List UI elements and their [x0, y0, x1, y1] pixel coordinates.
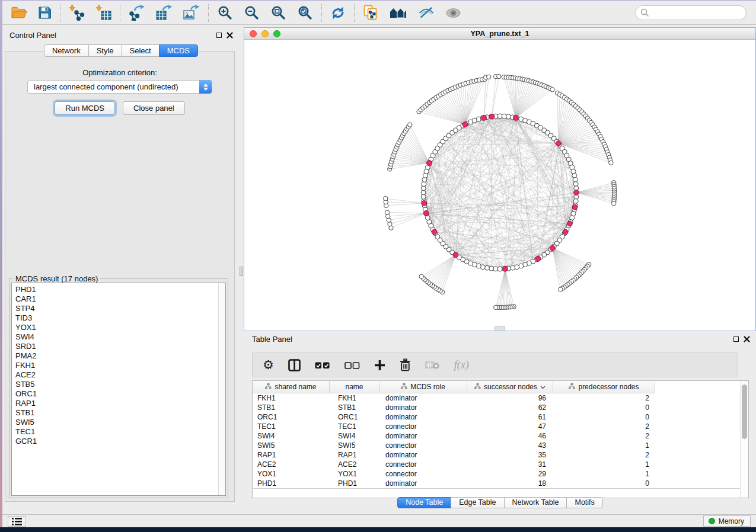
dominator-node[interactable]: [432, 229, 437, 235]
leaf-node[interactable]: [559, 287, 563, 291]
table-row[interactable]: YOX1YOX1connector291: [253, 469, 741, 479]
list-item[interactable]: YOX1: [15, 323, 225, 332]
tab-mcds[interactable]: MCDS: [159, 44, 198, 57]
node[interactable]: [515, 265, 519, 270]
mcds-result-list[interactable]: PHD1CAR1STP4TID3YOX1SWI4SRD1PMA2FKH1ACE2…: [11, 283, 226, 496]
select-spinner-icon[interactable]: [199, 80, 212, 94]
table-row[interactable]: RAP1RAP1dominator352: [253, 450, 741, 460]
run-mcds-button[interactable]: Run MCDS: [55, 101, 115, 115]
leaf-node[interactable]: [386, 214, 390, 218]
network-graph[interactable]: [244, 40, 756, 331]
column-header-shared-name[interactable]: shared name: [253, 381, 330, 393]
dominator-node[interactable]: [567, 221, 572, 226]
leaf-node[interactable]: [611, 201, 615, 206]
dominator-node[interactable]: [513, 115, 518, 120]
float-panel-button[interactable]: [215, 31, 222, 39]
float-table-panel-button[interactable]: [732, 335, 739, 342]
column-header-name[interactable]: name: [330, 381, 379, 393]
list-item[interactable]: STP4: [15, 304, 225, 313]
search-input[interactable]: [635, 5, 747, 20]
node[interactable]: [422, 177, 427, 182]
leaf-node[interactable]: [385, 210, 389, 214]
network-canvas[interactable]: [244, 40, 755, 331]
dominator-node[interactable]: [427, 161, 432, 166]
memory-button[interactable]: Memory: [703, 515, 751, 527]
import-network-icon[interactable]: [69, 5, 85, 21]
canvas-splitter-grip[interactable]: [495, 326, 505, 331]
table-settings-icon[interactable]: ⚙: [263, 359, 274, 371]
node[interactable]: [572, 173, 577, 178]
list-item[interactable]: STB1: [15, 408, 225, 418]
leaf-node[interactable]: [487, 75, 491, 79]
delete-column-icon[interactable]: [400, 358, 411, 371]
new-network-from-selection-icon[interactable]: [363, 5, 379, 21]
list-item[interactable]: ORC1: [15, 389, 225, 399]
node[interactable]: [484, 265, 489, 270]
list-item[interactable]: SWI4: [15, 332, 225, 342]
dominator-node[interactable]: [556, 141, 561, 146]
list-item[interactable]: RAP1: [15, 399, 225, 408]
list-item[interactable]: PHD1: [15, 285, 225, 294]
dominator-node[interactable]: [535, 256, 541, 261]
leaf-node[interactable]: [384, 196, 388, 200]
tab-motifs[interactable]: Motifs: [566, 497, 602, 508]
status-menu-button[interactable]: [8, 516, 26, 527]
first-neighbors-icon[interactable]: [390, 7, 407, 19]
table-scrollbar[interactable]: [740, 381, 748, 498]
column-header-predecessor-nodes[interactable]: predecessor nodes: [553, 381, 655, 393]
tab-style[interactable]: Style: [88, 44, 122, 57]
column-header-successor-nodes[interactable]: successor nodes: [467, 381, 553, 393]
table-row[interactable]: STB1STB1dominator620: [253, 403, 741, 412]
list-item[interactable]: CAR1: [15, 294, 225, 304]
table-row[interactable]: FKH1FKH1dominator962: [253, 393, 741, 403]
list-item[interactable]: SRD1: [15, 342, 225, 351]
open-session-icon[interactable]: [11, 6, 27, 20]
dominator-node[interactable]: [550, 245, 555, 251]
add-column-icon[interactable]: [374, 360, 385, 371]
list-item[interactable]: TEC1: [15, 427, 225, 437]
dominator-node[interactable]: [462, 122, 468, 127]
leaf-node[interactable]: [550, 88, 554, 92]
zoom-out-icon[interactable]: [244, 5, 260, 21]
export-image-icon[interactable]: [183, 5, 200, 21]
table-scrollbar-thumb[interactable]: [742, 384, 747, 439]
dominator-node[interactable]: [422, 201, 427, 206]
leaf-node[interactable]: [408, 123, 412, 127]
table-row[interactable]: SWI4SWI4dominator462: [253, 431, 741, 441]
zoom-in-icon[interactable]: [217, 5, 233, 21]
import-table-icon[interactable]: [95, 5, 111, 21]
export-table-icon[interactable]: [156, 5, 173, 21]
table-row[interactable]: ORC1ORC1dominator610: [253, 412, 741, 422]
table-row[interactable]: ACE2ACE2connector311: [253, 460, 741, 469]
export-network-icon[interactable]: [129, 5, 145, 21]
mcds-result-scrollbar[interactable]: [218, 283, 225, 495]
dominator-node[interactable]: [489, 114, 495, 119]
tab-network-table[interactable]: Network Table: [504, 497, 567, 508]
list-item[interactable]: FKH1: [15, 361, 225, 370]
tab-network[interactable]: Network: [44, 44, 89, 57]
list-item[interactable]: PMA2: [15, 351, 225, 361]
table-row[interactable]: TEC1TEC1connector472: [253, 422, 741, 431]
dominator-node[interactable]: [572, 204, 578, 210]
list-item[interactable]: SWI5: [15, 418, 225, 427]
leaf-node[interactable]: [494, 305, 498, 309]
list-item[interactable]: STB5: [15, 380, 225, 389]
close-panel-button[interactable]: [226, 31, 233, 39]
zoom-fit-icon[interactable]: [270, 5, 286, 21]
tab-edge-table[interactable]: Edge Table: [451, 497, 504, 508]
tab-node-table[interactable]: Node Table: [397, 497, 451, 508]
list-item[interactable]: GCR1: [15, 437, 225, 446]
leaf-node[interactable]: [497, 74, 501, 78]
close-table-panel-button[interactable]: [743, 335, 750, 342]
column-header-MCDS-role[interactable]: MCDS role: [379, 381, 467, 393]
list-item[interactable]: ACE2: [15, 370, 225, 380]
dominator-node[interactable]: [563, 229, 568, 235]
vertical-splitter[interactable]: [239, 27, 244, 515]
save-session-icon[interactable]: [38, 6, 52, 20]
leaf-node[interactable]: [419, 274, 423, 278]
optimization-criterion-select[interactable]: largest connected component (undirected): [27, 80, 212, 94]
zoom-selected-icon[interactable]: [297, 5, 313, 21]
leaf-node[interactable]: [609, 161, 613, 165]
list-item[interactable]: TID3: [15, 313, 225, 323]
tab-select[interactable]: Select: [122, 44, 160, 57]
